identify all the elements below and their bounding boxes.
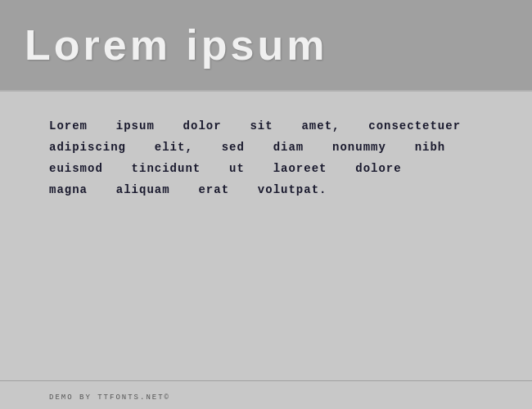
page-title: Lorem ipsum	[25, 20, 328, 70]
footer: DEMO BY TTFONTS.NET©	[0, 380, 532, 409]
demo-label: DEMO BY TTFONTS.NET©	[49, 393, 170, 402]
content-area: Lorem ipsum dolor sit amet, consectetuer…	[0, 92, 532, 226]
header: Lorem ipsum	[0, 0, 532, 90]
body-text: Lorem ipsum dolor sit amet, consectetuer…	[49, 116, 483, 201]
